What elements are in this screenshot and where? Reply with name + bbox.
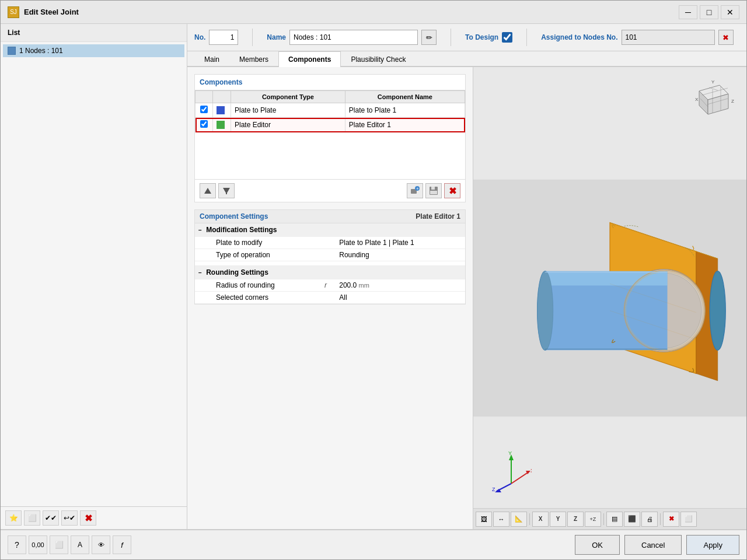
radius-value[interactable]: 200.0 mm <box>336 279 465 292</box>
nav-cube[interactable]: Y X Z <box>690 76 737 123</box>
to-design-checkbox[interactable] <box>502 32 512 43</box>
maximize-button[interactable]: □ <box>700 5 718 19</box>
collapse-rounding-button[interactable]: − <box>198 270 202 276</box>
svg-line-42 <box>511 472 529 484</box>
add-component-button[interactable]: + <box>407 183 423 198</box>
cancel-button[interactable]: Cancel <box>624 535 682 555</box>
move-up-button[interactable] <box>200 183 216 198</box>
settings-table: − Modification Settings Plate to modify … <box>195 223 465 304</box>
ok-button[interactable]: OK <box>575 535 620 555</box>
edit-name-button[interactable]: ✏ <box>421 30 437 45</box>
type-of-operation-value[interactable]: Rounding <box>336 249 465 261</box>
settings-header: Component Settings Plate Editor 1 <box>195 210 465 223</box>
comp-toolbar-right: + ✖ <box>407 183 460 198</box>
app-icon: SJ <box>8 6 19 18</box>
viewport[interactable]: Y X Z Y <box>473 67 746 529</box>
formula-button[interactable]: f <box>113 536 131 554</box>
assigned-field: Assigned to Nodes No. ✖ <box>541 30 733 45</box>
close-button[interactable]: ✕ <box>721 5 739 19</box>
settings-section: Component Settings Plate Editor 1 − Modi… <box>194 209 466 304</box>
label-button[interactable]: A <box>71 536 89 554</box>
svg-text:Y: Y <box>711 79 715 85</box>
uncheck-button[interactable]: ↩✔ <box>61 510 78 526</box>
vp-measure-button[interactable]: 📐 <box>511 512 527 527</box>
col-color <box>213 91 231 103</box>
corners-value[interactable]: All <box>336 292 465 304</box>
vp-fullscreen-button[interactable]: ⬜ <box>680 512 697 527</box>
nav-cube-svg: Y X Z <box>690 76 737 123</box>
settings-row: Selected corners All <box>195 292 465 304</box>
viewport-toolbar: 🖼 ↔ 📐 X Y Z +Z ▤ ⬛ 🖨 ✖ ⬜ <box>473 508 746 529</box>
apply-button[interactable]: Apply <box>686 535 739 555</box>
vp-zplus-button[interactable]: +Z <box>585 512 601 527</box>
header-row: No. Name ✏ To Design Assigned to Nodes N… <box>187 24 746 51</box>
vp-layer-button[interactable]: ▤ <box>606 512 623 527</box>
table-row[interactable]: Plate Editor Plate Editor 1 <box>196 118 465 132</box>
plate-to-modify-value[interactable]: Plate to Plate 1 | Plate 1 <box>336 237 465 249</box>
vp-print-button[interactable]: 🖨 <box>641 512 658 527</box>
vp-render-button[interactable]: 🖼 <box>476 512 492 527</box>
rounding-group-label: Rounding Settings <box>206 268 268 276</box>
settings-row: Radius of rounding r 200.0 mm <box>195 279 465 292</box>
vp-zaxis-button[interactable]: Z <box>567 512 584 527</box>
row-name-2: Plate Editor 1 <box>345 118 465 132</box>
row-check-1[interactable] <box>196 103 213 118</box>
svg-point-20 <box>710 271 725 350</box>
vp-xaxis-button[interactable]: X <box>532 512 549 527</box>
view-button[interactable]: ⬜ <box>50 536 68 554</box>
vp-move-button[interactable]: ↔ <box>493 512 509 527</box>
save-component-button[interactable] <box>425 183 442 198</box>
tab-members[interactable]: Members <box>229 51 278 67</box>
tab-plausibility[interactable]: Plausibility Check <box>341 51 416 67</box>
modification-group-label: Modification Settings <box>206 226 277 234</box>
no-input[interactable] <box>209 30 238 45</box>
assigned-input[interactable] <box>622 30 715 45</box>
minimize-button[interactable]: ─ <box>679 5 697 19</box>
color-swatch-green <box>217 121 225 129</box>
settings-title: Component Settings <box>200 212 268 220</box>
row-color-1 <box>213 103 231 118</box>
vp-xred-button[interactable]: ✖ <box>663 512 679 527</box>
copy-item-button[interactable]: ⬜ <box>24 510 40 526</box>
tab-main[interactable]: Main <box>194 51 229 67</box>
right-panel: No. Name ✏ To Design Assigned to Nodes N… <box>187 24 746 529</box>
row-check-2[interactable] <box>196 118 213 132</box>
delete-item-button[interactable]: ✖ <box>80 510 96 526</box>
save-icon <box>428 186 439 196</box>
render-bottom-button[interactable]: 👁 <box>92 536 110 554</box>
decimal-button[interactable]: 0,00 <box>29 536 47 554</box>
delete-component-button[interactable]: ✖ <box>444 183 460 198</box>
tab-components[interactable]: Components <box>278 51 341 67</box>
arrow-up-icon <box>203 186 212 195</box>
add-comp-icon: + <box>410 186 420 196</box>
axis-svg: Y X Z <box>491 452 532 492</box>
help-button[interactable]: ? <box>8 536 26 554</box>
no-field: No. <box>194 30 238 45</box>
comp-toolbar: + ✖ <box>195 179 465 202</box>
left-panel: List 1 Nodes : 101 ⭐ ⬜ ✔✔ ↩✔ ✖ <box>1 24 187 529</box>
vp-yaxis-button[interactable]: Y <box>550 512 566 527</box>
corners-symbol <box>321 292 336 304</box>
move-down-button[interactable] <box>218 183 235 198</box>
name-input[interactable] <box>289 30 418 45</box>
collapse-modification-button[interactable]: − <box>198 227 202 233</box>
title-bar: SJ Edit Steel Joint ─ □ ✕ <box>1 1 746 24</box>
list-item[interactable]: 1 Nodes : 101 <box>3 44 184 57</box>
svg-text:Z: Z <box>492 487 495 492</box>
two-col-area: Components Component Type Component Name <box>187 67 746 529</box>
check-all-button[interactable]: ✔✔ <box>43 510 59 526</box>
comp-checkbox-1[interactable] <box>200 106 208 113</box>
arrow-down-icon <box>222 186 231 195</box>
vp-sep-1 <box>529 513 530 525</box>
to-design-field: To Design <box>465 32 512 43</box>
vp-solid-button[interactable]: ⬛ <box>624 512 640 527</box>
add-item-button[interactable]: ⭐ <box>5 510 22 526</box>
table-row[interactable]: Plate to Plate Plate to Plate 1 <box>196 103 465 118</box>
type-of-operation-symbol <box>321 249 336 261</box>
radius-label: Radius of rounding <box>204 279 321 292</box>
to-design-label: To Design <box>465 33 498 41</box>
comp-checkbox-2[interactable] <box>200 120 208 128</box>
vp-sep-2 <box>603 513 604 525</box>
title-bar-left: SJ Edit Steel Joint <box>8 6 79 18</box>
assign-nodes-button[interactable]: ✖ <box>718 30 734 45</box>
